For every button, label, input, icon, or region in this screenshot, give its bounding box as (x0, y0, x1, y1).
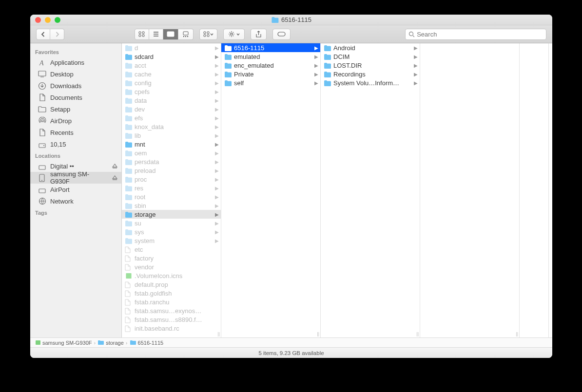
sidebar-item-recents[interactable]: Recents (30, 127, 121, 138)
columns-icon (167, 31, 175, 37)
eject-icon[interactable] (112, 175, 117, 181)
sidebar-item-documents[interactable]: Documents (30, 92, 121, 103)
sidebar-item-downloads[interactable]: Downloads (30, 80, 121, 92)
path-crumb-storage[interactable]: storage (97, 340, 124, 346)
chevron-right-icon: ▶ (215, 133, 219, 138)
file-row[interactable]: self▶ (221, 78, 320, 87)
folder-icon (97, 340, 104, 345)
chevron-right-icon: ▶ (215, 168, 219, 173)
file-row[interactable]: sbin▶ (122, 201, 221, 210)
sidebar-item-setapp[interactable]: Setapp (30, 103, 121, 115)
search-box[interactable] (405, 29, 546, 40)
file-row[interactable]: sdcard▶ (122, 52, 221, 61)
file-row[interactable]: mnt▶ (122, 140, 221, 149)
file-row[interactable]: 6516-1115▶ (221, 43, 320, 52)
view-mode-segmented (135, 29, 194, 40)
file-row[interactable]: factory (122, 254, 221, 262)
path-crumb-current[interactable]: 6516-1115 (130, 340, 164, 346)
tags-button[interactable] (272, 29, 291, 40)
file-row[interactable]: Android▶ (321, 43, 420, 52)
file-row[interactable]: fstab.samsu…exynos8890 (122, 306, 221, 315)
file-row[interactable]: LOST.DIR▶ (321, 61, 420, 70)
file-row[interactable]: dev▶ (122, 105, 221, 113)
folder-icon (125, 168, 133, 174)
file-row[interactable]: d▶ (122, 43, 221, 52)
back-button[interactable] (36, 29, 50, 40)
file-row[interactable]: lib▶ (122, 131, 221, 140)
sidebar-item-airdrop[interactable]: AirDrop (30, 115, 121, 127)
file-row[interactable]: su▶ (122, 219, 221, 227)
sidebar-item-desktop[interactable]: Desktop (30, 68, 121, 80)
file-row[interactable]: acct▶ (122, 61, 221, 70)
sidebar: Favorites A Applications Desktop Downloa… (30, 43, 122, 337)
file-row[interactable]: knox_data▶ (122, 122, 221, 131)
file-row[interactable]: data▶ (122, 96, 221, 105)
file-row[interactable]: fstab.goldfish (122, 289, 221, 298)
action-menu-button[interactable] (223, 29, 245, 40)
icon-view-button[interactable] (135, 29, 149, 40)
arrange-button[interactable] (199, 29, 217, 40)
file-row[interactable]: init.baseband.rc (122, 324, 221, 333)
chevron-down-icon (210, 33, 213, 36)
airdrop-icon (38, 117, 46, 125)
eject-icon[interactable] (112, 164, 117, 169)
column-4[interactable] (520, 43, 549, 337)
file-row[interactable]: config▶ (122, 78, 221, 87)
folder-icon (125, 211, 133, 218)
file-row[interactable]: System Volu…Information▶ (321, 78, 420, 87)
minimize-window-button[interactable] (45, 17, 51, 23)
desktop-icon (38, 70, 46, 78)
column-2[interactable]: Android▶DCIM▶LOST.DIR▶Recordings▶System … (321, 43, 420, 337)
forward-button[interactable] (50, 29, 64, 40)
file-row[interactable]: storage▶ (122, 210, 221, 219)
file-row[interactable]: enc_emulated▶ (221, 61, 320, 70)
svg-rect-12 (207, 35, 209, 37)
file-row[interactable]: root▶ (122, 192, 221, 201)
file-row[interactable]: default.prop (122, 280, 221, 289)
list-view-button[interactable] (149, 29, 163, 40)
path-crumb-device[interactable]: samsung SM-G930F (35, 340, 92, 346)
file-row[interactable]: preload▶ (122, 166, 221, 175)
file-row[interactable]: Private▶ (221, 70, 320, 78)
file-row[interactable]: cache▶ (122, 70, 221, 78)
file-row[interactable]: cpefs▶ (122, 87, 221, 96)
file-row[interactable]: Recordings▶ (321, 70, 420, 78)
file-row[interactable]: emulated▶ (221, 52, 320, 61)
sidebar-item-applications[interactable]: A Applications (30, 56, 121, 68)
file-row[interactable]: persdata▶ (122, 157, 221, 166)
close-window-button[interactable] (35, 17, 41, 23)
svg-point-24 (41, 180, 42, 181)
file-name: .VolumeIcon.icns (135, 272, 182, 280)
file-row[interactable]: fstab.ranchu (122, 298, 221, 306)
file-row[interactable]: fstab.samsu…s8890.fwup (122, 315, 221, 324)
search-input[interactable] (417, 31, 543, 38)
status-bar: 5 items, 9.23 GB available (30, 347, 552, 358)
file-row[interactable]: .VolumeIcon.icns (122, 271, 221, 280)
sidebar-item-samsung[interactable]: samsung SM-G930F (30, 172, 121, 184)
column-view-button[interactable] (163, 29, 178, 40)
file-row[interactable]: etc (122, 245, 221, 254)
maximize-window-button[interactable] (55, 17, 60, 23)
column-3[interactable]: || (420, 43, 520, 337)
column-1[interactable]: 6516-1115▶emulated▶enc_emulated▶Private▶… (221, 43, 321, 337)
chevron-right-icon: ▶ (414, 72, 418, 77)
sidebar-heading-tags: Tags (30, 207, 121, 217)
file-row[interactable]: DCIM▶ (321, 52, 420, 61)
file-row[interactable]: sys▶ (122, 227, 221, 236)
sidebar-item-airport[interactable]: AirPort (30, 184, 121, 195)
file-row[interactable]: vendor (122, 262, 221, 271)
file-row[interactable]: system▶ (122, 236, 221, 245)
file-icon (125, 246, 133, 253)
file-row[interactable]: efs▶ (122, 113, 221, 122)
column-0[interactable]: d▶sdcard▶acct▶cache▶config▶cpefs▶data▶de… (122, 43, 221, 337)
share-button[interactable] (251, 29, 267, 40)
chevron-down-icon (236, 33, 240, 36)
file-row[interactable]: proc▶ (122, 175, 221, 184)
sidebar-item-label: Documents (50, 94, 82, 101)
sidebar-item-disk[interactable]: 10,15 (30, 138, 121, 150)
file-row[interactable]: oem▶ (122, 149, 221, 157)
sidebar-item-network[interactable]: Network (30, 195, 121, 207)
file-row[interactable]: res▶ (122, 184, 221, 192)
folder-icon (125, 62, 133, 69)
gallery-view-button[interactable] (178, 29, 194, 40)
